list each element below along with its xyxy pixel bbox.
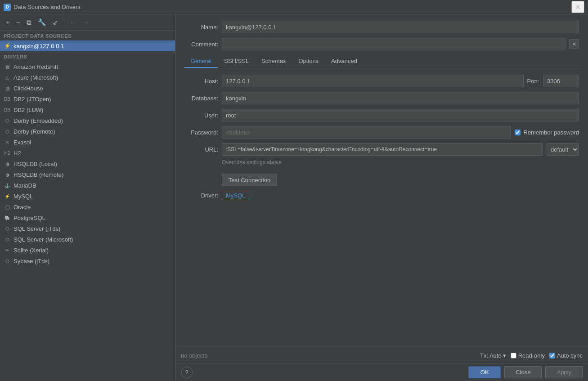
driver-name: Amazon Redshift [13,63,58,70]
driver-name: Sybase (jTds) [13,258,49,264]
name-label: Name: [184,24,218,31]
remember-password-checkbox[interactable] [515,130,521,135]
host-port-row: Host: Port: [184,75,579,87]
port-input[interactable] [543,75,579,87]
port-label: Port: [527,78,539,85]
driver-icon: ▦ [4,63,11,70]
add-button[interactable]: + [4,18,12,27]
driver-row: Driver: MySQL [184,191,579,200]
tx-dropdown[interactable]: Tx: Auto ▾ [480,352,506,359]
name-input[interactable] [222,21,579,33]
driver-item[interactable]: 🐘 PostgreSQL [0,212,175,223]
tab-ssh-ssl[interactable]: SSH/SSL [218,55,255,68]
comment-row: Comment: ✕ [184,38,579,50]
tab-advanced[interactable]: Advanced [325,55,364,68]
url-mode-select[interactable]: default custom [547,143,579,156]
driver-name: HSQLDB (Remote) [13,171,63,178]
driver-icon: ⚓ [4,182,11,189]
driver-icon: ⬡ [4,117,11,124]
driver-name: Exasol [13,139,31,146]
driver-name: DB2 (LUW) [13,107,43,113]
url-input[interactable] [222,143,543,156]
read-only-checkbox[interactable] [511,353,516,359]
driver-item[interactable]: ⬡ Derby (Remote) [0,126,175,137]
driver-item[interactable]: ▨ ClickHouse [0,83,175,94]
app-icon: D [4,4,11,11]
driver-item[interactable]: ✕ Exasol [0,137,175,148]
datasource-icon: ⚡ [4,42,11,49]
name-row: Name: [184,21,579,33]
test-connection-button[interactable]: Test Connection [222,174,277,186]
copy-button[interactable]: ⧉ [24,18,34,27]
objects-status: no objects [181,352,207,359]
url-label: URL: [184,146,218,153]
driver-name: Azure (Microsoft) [13,74,58,81]
toolbar-separator [64,18,64,27]
datasource-label: kangxin@127.0.0.1 [13,43,64,49]
driver-item[interactable]: ◑ HSQLDB (Remote) [0,169,175,180]
tab-general[interactable]: General [184,55,218,68]
driver-icon: ✏ [4,247,11,254]
comment-input[interactable] [222,38,566,50]
close-button[interactable]: ✕ [571,1,584,13]
driver-icon: ▨ [4,85,11,92]
bottom-actions: OK Close Apply [468,366,583,378]
driver-item[interactable]: ◑ HSQLDB (Local) [0,158,175,169]
driver-icon: H2 [4,149,11,157]
driver-item[interactable]: ⚡ MySQL [0,191,175,202]
status-right: Tx: Auto ▾ Read-only Auto sync [480,352,583,359]
auto-sync-checkbox[interactable] [549,353,555,359]
driver-name: HSQLDB (Local) [13,161,57,167]
tab-options[interactable]: Options [292,55,325,68]
driver-icon: ⬡ [4,225,11,232]
host-input[interactable] [222,75,524,87]
driver-item[interactable]: △ Azure (Microsoft) [0,72,175,83]
import-button[interactable]: ↙ [50,18,61,27]
window-title: Data Sources and Drivers [13,4,81,10]
ok-button[interactable]: OK [468,366,501,378]
apply-button[interactable]: Apply [545,366,583,378]
main-layout: + − ⧉ 🔧 ↙ ← → Project Data Sources ⚡ kan… [0,14,588,381]
close-dialog-button[interactable]: Close [504,366,542,378]
driver-name: ClickHouse [13,85,43,92]
comment-clear-button[interactable]: ✕ [569,39,579,49]
driver-item[interactable]: ⬡ Derby (Embedded) [0,115,175,126]
tx-chevron-icon: ▾ [503,352,506,359]
settings-button[interactable]: 🔧 [36,18,49,27]
driver-item[interactable]: ⬡ SQL Server (Microsoft) [0,234,175,245]
user-input[interactable] [222,109,579,121]
driver-item[interactable]: ⚓ MariaDB [0,180,175,191]
driver-name: H2 [13,150,21,157]
remember-password-row: Remember password [515,129,579,136]
driver-name: SQL Server (Microsoft) [13,236,73,243]
driver-item[interactable]: ◯ Oracle [0,202,175,212]
driver-item[interactable]: ⬡ SQL Server (jTds) [0,223,175,234]
forward-button[interactable]: → [81,18,92,27]
datasource-item-kangxin[interactable]: ⚡ kangxin@127.0.0.1 [0,40,175,51]
form-area: Name: Comment: ✕ General SSH/SSL Schemas… [175,14,588,348]
driver-item[interactable]: ✏ Sqlite (Xerial) [0,245,175,255]
auto-sync-label: Auto sync [557,352,583,359]
driver-icon: ◯ [4,203,11,211]
driver-item[interactable]: ⬡ Sybase (jTds) [0,255,175,266]
drivers-list: ▦ Amazon Redshift △ Azure (Microsoft) ▨ … [0,61,175,381]
driver-item[interactable]: DB DB2 (JTOpen) [0,94,175,104]
back-button[interactable]: ← [67,18,79,27]
driver-link[interactable]: MySQL [222,191,249,200]
help-button[interactable]: ? [181,367,193,378]
driver-item[interactable]: DB DB2 (LUW) [0,104,175,115]
status-bar: no objects Tx: Auto ▾ Read-only Auto syn… [175,348,588,363]
password-input[interactable] [222,126,511,139]
driver-name: MySQL [13,193,33,200]
password-label: Password: [184,129,218,136]
tab-schemas[interactable]: Schemas [255,55,292,68]
remove-button[interactable]: − [14,18,22,27]
driver-item[interactable]: ▦ Amazon Redshift [0,61,175,72]
driver-icon: ⬡ [4,128,11,135]
user-row: User: [184,109,579,121]
right-panel: Name: Comment: ✕ General SSH/SSL Schemas… [175,14,588,381]
driver-item[interactable]: H2 H2 [0,148,175,158]
driver-icon: DB [4,106,11,113]
toolbar: + − ⧉ 🔧 ↙ ← → [0,14,175,31]
database-input[interactable] [222,92,579,104]
